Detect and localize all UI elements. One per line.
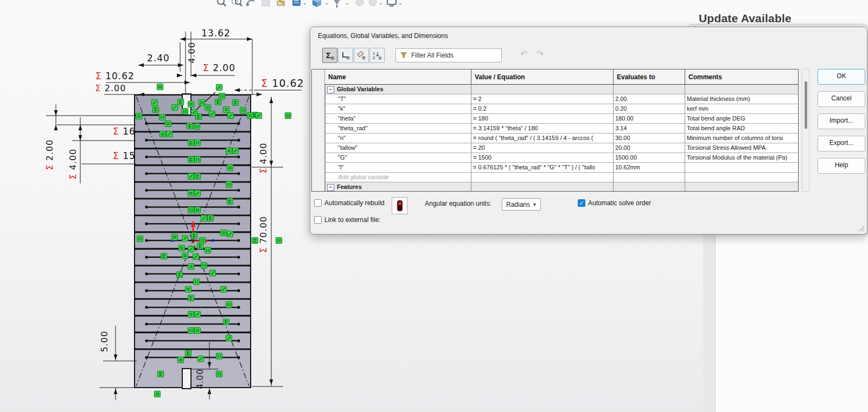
hide-show-items-icon[interactable] xyxy=(356,0,363,6)
dimension-label[interactable]: 2.40 xyxy=(147,53,170,64)
sketch-relation-icon[interactable] xyxy=(215,99,221,105)
sketch-relation-icon[interactable] xyxy=(182,109,188,115)
sketch-relation-icon[interactable] xyxy=(195,328,201,334)
sketch-relation-icon[interactable] xyxy=(160,131,166,137)
cell-comment[interactable]: kerf mm xyxy=(685,104,799,114)
cell-evaluates[interactable]: 20.00 xyxy=(613,143,685,153)
sketch-relation-icon[interactable] xyxy=(192,233,197,239)
collapse-toggle-icon[interactable]: − xyxy=(327,86,334,93)
equation-row[interactable]: "T"= 22.00Material thickness (mm) xyxy=(312,94,799,104)
sketch-relation-icon[interactable] xyxy=(226,148,232,154)
angular-units-select[interactable]: Radians ▼ xyxy=(502,198,541,211)
equation-row[interactable]: "k"= 0.20.20kerf mm xyxy=(312,104,799,114)
cell-name[interactable]: "theta_rad" xyxy=(336,124,470,134)
sketch-relation-icon[interactable] xyxy=(216,353,222,359)
sketch-relation-icon[interactable] xyxy=(167,131,173,137)
row-handle[interactable] xyxy=(312,153,325,163)
equation-row[interactable]: "theta_rad"= 3.14159 * "theta" / 1803.14… xyxy=(312,124,799,134)
row-handle[interactable] xyxy=(312,85,325,94)
cell-name[interactable]: "G" xyxy=(336,153,470,163)
dimension-label[interactable]: 4.00 xyxy=(195,369,205,389)
cell-equation[interactable]: = 3.14159 * "theta" / 180 xyxy=(471,124,613,134)
apply-scene-icon[interactable] xyxy=(292,0,301,6)
sketch-relation-icon[interactable] xyxy=(172,234,178,240)
add-variable-placeholder[interactable]: Add global variable xyxy=(336,173,470,182)
dimension-label[interactable]: Σ 2.00 xyxy=(44,140,55,170)
cell-comment[interactable]: Torsional Stress Allowed MPA xyxy=(685,143,799,153)
collapse-toggle-icon[interactable]: − xyxy=(327,184,334,191)
row-handle[interactable] xyxy=(312,182,325,192)
export-button[interactable]: Export... xyxy=(818,136,865,151)
dimension-label[interactable]: Σ 10.62 xyxy=(95,71,135,81)
col-header-evaluates[interactable]: Evaluates to xyxy=(613,69,685,85)
auto-solve-checkbox[interactable]: ✓ xyxy=(578,199,585,207)
row-handle[interactable] xyxy=(312,104,325,114)
cell-name[interactable]: "tallow" xyxy=(336,143,470,153)
cell-equation[interactable]: = 2 xyxy=(471,94,613,104)
view-settings-icon[interactable] xyxy=(387,0,396,6)
sketch-settings-icon[interactable] xyxy=(277,0,284,5)
sketch-relation-icon[interactable] xyxy=(186,287,192,293)
sketch-relation-icon[interactable] xyxy=(201,215,207,221)
sketch-relation-icon[interactable] xyxy=(221,287,227,293)
equation-row[interactable]: "G"= 15001500.00Torsional Modulus of the… xyxy=(312,153,799,163)
cell-comment[interactable] xyxy=(685,163,799,173)
cell-evaluates[interactable]: 10.62mm xyxy=(613,163,685,173)
sketch-relation-icon[interactable] xyxy=(233,100,239,106)
sketch-relation-icon[interactable] xyxy=(193,254,199,260)
sketch-relation-icon[interactable] xyxy=(209,111,215,117)
sketch-relation-icon[interactable] xyxy=(165,121,171,127)
sketch-relation-icon[interactable] xyxy=(196,114,202,120)
sketch-relation-icon[interactable] xyxy=(188,246,194,252)
cell-equation[interactable]: = 0.676125 * ( "theta_rad" * "G" * "T" )… xyxy=(471,163,613,173)
filter-input[interactable] xyxy=(410,51,501,60)
sketch-relation-icon[interactable] xyxy=(227,165,233,171)
ordered-view-button[interactable]: 12 xyxy=(369,48,385,63)
sketch-relation-icon[interactable] xyxy=(198,356,204,362)
help-button[interactable]: Help xyxy=(818,158,865,174)
cell-evaluates[interactable]: 3.14 xyxy=(613,124,685,134)
section-view-icon[interactable] xyxy=(262,0,270,6)
sketch-relation-icon[interactable] xyxy=(226,335,232,341)
sketch-relation-icon[interactable] xyxy=(137,236,143,242)
sketch-relation-icon[interactable] xyxy=(228,113,234,119)
sketch-relation-icon[interactable] xyxy=(188,157,194,163)
cell-name[interactable]: "l" xyxy=(336,163,470,173)
edit-appearance-icon[interactable] xyxy=(369,0,376,6)
sketch-relation-icon[interactable] xyxy=(188,191,194,197)
sketch-relation-icon[interactable] xyxy=(195,191,201,197)
cell-comment[interactable]: Total bend angle RAD xyxy=(685,124,799,134)
sketch-relation-icon[interactable] xyxy=(153,107,159,113)
zoom-to-fit-icon[interactable] xyxy=(218,0,226,6)
sketch-relation-icon[interactable] xyxy=(233,148,239,154)
sketch-relation-icon[interactable] xyxy=(188,174,194,180)
sketch-relation-icon[interactable] xyxy=(205,105,211,111)
dimension-label[interactable]: Σ 16 xyxy=(113,126,136,137)
table-scrollbar[interactable] xyxy=(802,69,809,192)
resize-grip[interactable] xyxy=(857,224,865,232)
sketch-relation-icon[interactable] xyxy=(157,84,163,90)
sketch-relation-icon[interactable] xyxy=(227,231,233,237)
sketch-relation-icon[interactable] xyxy=(227,199,233,205)
dimension-label[interactable]: 5.00 xyxy=(99,331,110,352)
sketch-relation-icon[interactable] xyxy=(226,182,232,188)
link-external-checkbox[interactable] xyxy=(314,216,322,224)
sketch-relation-icon[interactable] xyxy=(172,105,178,111)
sketch-relation-icon[interactable] xyxy=(195,157,201,163)
sketch-relation-icon[interactable] xyxy=(136,113,142,119)
row-handle[interactable] xyxy=(312,114,325,124)
cell-comment[interactable]: Minimum number of columns of torsi xyxy=(685,134,799,143)
dimension-label[interactable]: 13.62 xyxy=(201,28,231,39)
cell-equation[interactable]: = 0.2 xyxy=(471,104,613,114)
cell-comment[interactable]: Total bend angle DEG xyxy=(685,114,799,124)
col-header-comments[interactable]: Comments xyxy=(685,69,799,85)
dimension-label[interactable]: 4.00 xyxy=(187,42,197,64)
sketch-relation-icon[interactable] xyxy=(152,100,158,106)
group-row-features[interactable]: −Features xyxy=(312,182,799,192)
cell-evaluates[interactable]: 2.00 xyxy=(613,94,685,104)
sketch-relation-icon[interactable] xyxy=(197,243,203,249)
cancel-button[interactable]: Cancel xyxy=(818,91,865,107)
cell-comment[interactable]: Material thickness (mm) xyxy=(685,94,799,104)
origin-point[interactable] xyxy=(192,240,194,242)
sketch-relation-icon[interactable] xyxy=(252,238,258,244)
